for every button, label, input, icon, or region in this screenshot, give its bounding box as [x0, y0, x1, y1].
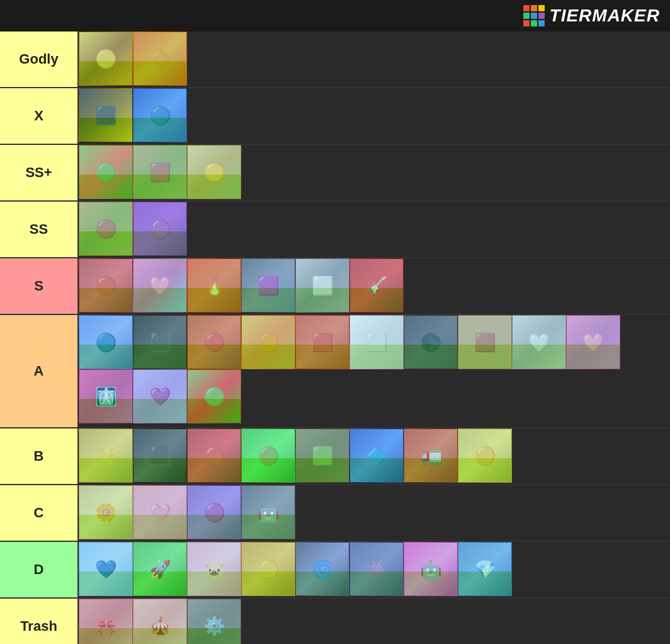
list-item: 🩷 — [133, 485, 187, 539]
tier-content-s: 🔴 🩷 🔥 🟪 ⬜ 🎸 — [79, 258, 670, 314]
tier-label-s: S — [0, 258, 79, 314]
tier-row-s: S 🔴 🩷 🔥 🟪 ⬜ 🎸 — [0, 258, 670, 315]
tier-content-ss: 🟤 🟣 — [79, 202, 670, 257]
tier-content-godly: 🟡 🔶 — [79, 32, 670, 87]
header: TiERMAKER — [0, 0, 670, 32]
tier-list: Godly 🟡 🔶 X ⬛ 🔵 SS+ 🟢 🟫 🟡 SS — [0, 32, 670, 644]
list-item: 🟡 — [187, 145, 241, 199]
list-item: ⬛ — [133, 315, 187, 369]
list-item: 🟡 — [241, 542, 295, 596]
page-wrapper: TiERMAKER Godly 🟡 🔶 X ⬛ 🔵 SS+ 🟢 🟫 — [0, 0, 670, 644]
list-item: 🌟 — [79, 428, 133, 483]
list-item: 🤖 — [241, 485, 295, 539]
list-item: 🎪 — [133, 599, 187, 644]
tier-row-ss: SS 🟤 🟣 — [0, 202, 670, 258]
tier-content-x: ⬛ 🔵 — [79, 88, 670, 144]
list-item: 🔴 — [187, 315, 241, 369]
logo-cell — [531, 20, 537, 26]
list-item: 🟣 — [187, 485, 241, 539]
list-item: 🩷 — [133, 258, 187, 313]
tier-label-godly: Godly — [0, 32, 79, 87]
list-item: 🎀 — [79, 599, 133, 644]
logo-cell — [523, 20, 530, 26]
list-item: 🟥 — [295, 315, 349, 369]
list-item: 🌑 — [404, 315, 458, 369]
tier-row-b: B 🌟 ⬛ 🔴 🟢 🟩 🔷 🚛 🟡 — [0, 428, 670, 485]
list-item: 🔴 — [79, 258, 133, 313]
list-item: 🌼 — [79, 485, 133, 539]
logo-cell — [531, 5, 537, 11]
tier-label-c: C — [0, 485, 79, 541]
list-item: ⚙️ — [187, 599, 241, 644]
tier-content-d: 💙 🚀 🐷 🟡 🌀 👾 🤖 💎 — [79, 542, 670, 597]
list-item: 🤖 — [404, 542, 458, 596]
list-item: 🟠 — [241, 315, 295, 369]
tier-label-x: X — [0, 88, 79, 144]
tier-row-ssplus: SS+ 🟢 🟫 🟡 — [0, 145, 670, 202]
logo-cell — [538, 20, 545, 26]
logo-cell — [523, 13, 530, 19]
list-item: 🔴 — [187, 428, 241, 483]
list-item: 🩻 — [79, 369, 133, 423]
logo-text: TiERMAKER — [550, 6, 660, 26]
list-item: 🟣 — [133, 202, 187, 256]
logo-cell — [531, 13, 537, 19]
list-item: 🟫 — [133, 145, 187, 199]
tier-row-d: D 💙 🚀 🐷 🟡 🌀 👾 🤖 💎 — [0, 542, 670, 599]
list-item: 🟪 — [241, 258, 295, 313]
tier-content-ssplus: 🟢 🟫 🟡 — [79, 145, 670, 200]
tier-row-c: C 🌼 🩷 🟣 🤖 — [0, 485, 670, 542]
tiermaker-logo: TiERMAKER — [523, 5, 660, 26]
tier-content-a: 🔵 ⬛ 🔴 🟠 🟥 ⬜ 🌑 🟫 🤍 🩷 🩻 💜 🟢 — [79, 315, 670, 427]
list-item: ⬜ — [295, 258, 349, 313]
list-item: 🔷 — [349, 428, 404, 483]
tier-row-a: A 🔵 ⬛ 🔴 🟠 🟥 ⬜ 🌑 🟫 🤍 🩷 🩻 💜 🟢 — [0, 315, 670, 428]
list-item: ⬛ — [79, 88, 133, 142]
list-item: 🤍 — [512, 315, 566, 369]
tier-label-ssplus: SS+ — [0, 145, 79, 200]
logo-cell — [538, 5, 545, 11]
list-item: 🟡 — [458, 428, 512, 483]
tier-label-b: B — [0, 428, 79, 484]
tier-row-trash: Trash 🎀 🎪 ⚙️ — [0, 599, 670, 644]
tier-row-x: X ⬛ 🔵 — [0, 88, 670, 145]
logo-grid — [523, 5, 545, 26]
tier-label-d: D — [0, 542, 79, 597]
tier-label-a: A — [0, 315, 79, 427]
list-item: ⬛ — [133, 428, 187, 483]
list-item: 🟢 — [79, 145, 133, 199]
list-item: 🟩 — [295, 428, 349, 483]
list-item: 💎 — [458, 542, 512, 596]
list-item: 🔵 — [79, 315, 133, 369]
list-item: 💜 — [133, 369, 187, 423]
tier-label-trash: Trash — [0, 599, 79, 644]
list-item: 🚀 — [133, 542, 187, 596]
logo-cell — [538, 13, 545, 19]
list-item: 🟢 — [187, 369, 241, 423]
list-item: 🔥 — [187, 258, 241, 313]
list-item: 🚛 — [404, 428, 458, 483]
list-item: 👾 — [349, 542, 404, 596]
list-item: 💙 — [79, 542, 133, 596]
list-item: 🟤 — [79, 202, 133, 256]
list-item: 🔵 — [133, 88, 187, 142]
list-item: 🟢 — [241, 428, 295, 483]
list-item: 🟡 — [79, 32, 133, 86]
list-item: 🟫 — [458, 315, 512, 369]
logo-cell — [523, 5, 530, 11]
list-item: 🐷 — [187, 542, 241, 596]
tier-content-trash: 🎀 🎪 ⚙️ — [79, 599, 670, 644]
list-item: 🔶 — [133, 32, 187, 86]
tier-row-godly: Godly 🟡 🔶 — [0, 32, 670, 88]
list-item: ⬜ — [349, 315, 404, 369]
tier-content-c: 🌼 🩷 🟣 🤖 — [79, 485, 670, 541]
list-item: 🎸 — [349, 258, 404, 313]
list-item: 🩷 — [566, 315, 620, 369]
tier-label-ss: SS — [0, 202, 79, 257]
tier-content-b: 🌟 ⬛ 🔴 🟢 🟩 🔷 🚛 🟡 — [79, 428, 670, 484]
list-item: 🌀 — [295, 542, 349, 596]
